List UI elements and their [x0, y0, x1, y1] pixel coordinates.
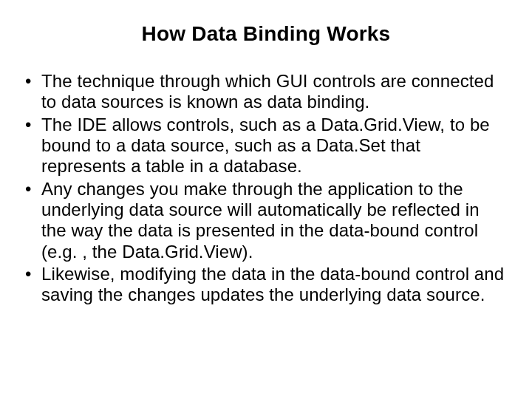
list-item: Likewise, modifying the data in the data… — [22, 264, 508, 306]
list-item: Any changes you make through the applica… — [22, 179, 508, 262]
bullet-list: The technique through which GUI controls… — [21, 71, 511, 305]
list-item: The technique through which GUI controls… — [22, 71, 508, 113]
list-item: The IDE allows controls, such as a Data.… — [22, 115, 508, 177]
slide-title: How Data Binding Works — [21, 22, 511, 46]
slide: How Data Binding Works The technique thr… — [0, 0, 532, 399]
